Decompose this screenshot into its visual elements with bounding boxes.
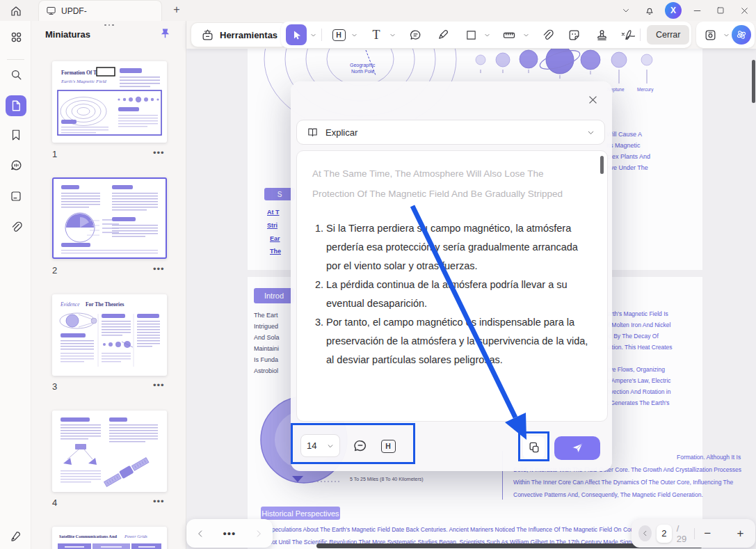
- maximize-button[interactable]: [709, 1, 732, 20]
- thumbnail-4-menu[interactable]: •••: [153, 496, 167, 507]
- snapshot-dropdown[interactable]: [723, 30, 730, 40]
- ai-assistant-icon: [732, 25, 751, 45]
- north-pole-label-2: North Pole: [351, 69, 374, 74]
- chevron-right-icon[interactable]: [254, 529, 264, 539]
- thumbnail-page-3[interactable]: Evidence For The Theories: [52, 294, 167, 376]
- comment-tool-button[interactable]: [405, 24, 426, 45]
- right-tools-strip: [696, 22, 755, 48]
- titlebar: UPDF- + X: [0, 0, 756, 21]
- doc-link[interactable]: The: [270, 248, 281, 255]
- thumbnail-page-2[interactable]: [52, 177, 167, 259]
- toolbar-separator: [321, 29, 322, 41]
- toolbar-pager: •••: [186, 519, 273, 548]
- doc-link[interactable]: At T: [267, 209, 280, 216]
- search-panel-button[interactable]: [6, 64, 26, 85]
- shape-tool-dropdown[interactable]: [483, 30, 490, 40]
- highlighter-tool-button[interactable]: [433, 24, 453, 45]
- thumbnail-page-5[interactable]: Satellite Communications And Power Grids: [52, 527, 167, 549]
- chevron-down-icon: [484, 32, 490, 38]
- cursor-icon: [291, 29, 303, 41]
- minimize-button[interactable]: [685, 1, 709, 20]
- comments-panel-button[interactable]: [6, 154, 26, 175]
- ai-assistant-button[interactable]: [732, 25, 751, 45]
- ruler-icon: [502, 28, 516, 42]
- mode-selector[interactable]: Explicar: [296, 120, 605, 145]
- titlebar-chevron-button[interactable]: [614, 1, 638, 20]
- doc-fragment: Speculations About The Earth's Magnetic …: [268, 526, 673, 533]
- pin-panel-button[interactable]: [159, 28, 173, 42]
- comment-insert-button[interactable]: [351, 436, 370, 456]
- doc-fragment: Convective Patterns And, Consequently, T…: [513, 491, 703, 498]
- text-tool-dropdown[interactable]: [389, 30, 396, 40]
- attachments-panel-button[interactable]: [6, 216, 26, 237]
- thumbnail-1-number: 1: [52, 149, 57, 159]
- cerrar-button[interactable]: Cerrar: [647, 25, 689, 45]
- explanation-item: La pérdida continua de la atmósfera podr…: [326, 276, 592, 313]
- crop-tool-button[interactable]: H: [328, 24, 349, 45]
- pager-more-button[interactable]: •••: [223, 527, 236, 539]
- doc-link[interactable]: Stri: [267, 222, 278, 229]
- vertical-scrollbar[interactable]: [752, 60, 755, 103]
- stamp-tool-button[interactable]: [591, 24, 612, 45]
- zoom-out-button[interactable]: −: [700, 527, 716, 541]
- home-button[interactable]: [8, 3, 24, 19]
- thumbnail-1-menu[interactable]: •••: [153, 148, 167, 158]
- select-tool-dropdown[interactable]: [309, 30, 316, 40]
- chevron-down-icon: [622, 6, 630, 15]
- close-window-button[interactable]: [732, 1, 756, 20]
- shape-tool-button[interactable]: [460, 24, 481, 45]
- snapshot-icon: [704, 29, 717, 42]
- thumbnails-panel-button[interactable]: [6, 95, 26, 116]
- account-button[interactable]: X: [661, 1, 685, 20]
- copy-button[interactable]: [523, 436, 545, 459]
- content-scrollbar[interactable]: [600, 156, 604, 174]
- panel-grid-button[interactable]: [6, 26, 26, 47]
- planet-label-mercury: Mercury: [637, 87, 653, 92]
- current-page-input[interactable]: 2: [657, 525, 672, 543]
- doc-fragment: Intrigued: [254, 323, 278, 330]
- ai-explain-modal: Explicar At The Same Time, The Atmospher…: [291, 81, 612, 471]
- bookmarks-panel-button[interactable]: [6, 125, 26, 145]
- measure-tool-dropdown[interactable]: [522, 30, 529, 40]
- copy-icon: [527, 440, 541, 454]
- select-tool-button[interactable]: [286, 24, 307, 45]
- doc-fragment: onvection And Rotation in: [604, 388, 670, 395]
- zoom-in-button[interactable]: +: [732, 527, 748, 541]
- new-tab-button[interactable]: +: [170, 3, 184, 17]
- previous-page-button[interactable]: [638, 525, 652, 541]
- chat-bubble-icon: [10, 159, 23, 172]
- attach-tool-button[interactable]: [537, 24, 558, 45]
- send-icon: [570, 441, 584, 455]
- thumbnail-2-menu[interactable]: •••: [153, 264, 167, 274]
- thumbnail-page-1[interactable]: Formation Of T Earth's Magnetic Field: [52, 61, 167, 143]
- doc-link[interactable]: Ear: [270, 235, 280, 242]
- explanation-content[interactable]: At The Same Time, The Atmosphere Will Al…: [296, 150, 608, 422]
- modal-close-button[interactable]: [586, 93, 600, 106]
- sticker-tool-button[interactable]: [563, 24, 584, 45]
- doc-fragment: Astrobiol: [254, 367, 278, 374]
- text-tool-button[interactable]: T: [366, 24, 387, 45]
- crop-h-icon: H: [332, 29, 346, 41]
- font-size-select[interactable]: 14: [300, 434, 340, 457]
- send-button[interactable]: [554, 436, 600, 460]
- doc-fragment: Earth's Magnetic Field Is: [604, 310, 668, 317]
- comment-icon: [409, 29, 422, 42]
- nav-separator: [694, 528, 695, 539]
- sticker-icon: [568, 29, 581, 42]
- chevron-left-icon[interactable]: [195, 529, 205, 539]
- document-tab[interactable]: UPDF-: [38, 0, 162, 21]
- measure-tool-button[interactable]: [499, 24, 520, 45]
- annotations-panel-button[interactable]: [6, 186, 26, 207]
- svg-text:Power Grids: Power Grids: [124, 534, 147, 539]
- insert-to-page-button[interactable]: H: [378, 436, 398, 456]
- herramientas-button[interactable]: Herramientas: [191, 22, 288, 47]
- panel-drag-handle[interactable]: [101, 23, 118, 27]
- notifications-button[interactable]: [638, 1, 661, 20]
- snapshot-button[interactable]: [700, 24, 721, 45]
- thumbnail-page-4[interactable]: [52, 411, 167, 492]
- design-tools-button[interactable]: [6, 525, 26, 546]
- copy-highlight-box: [518, 431, 549, 461]
- thumbnail-3-menu[interactable]: •••: [153, 380, 167, 390]
- signature-tool-button[interactable]: [618, 24, 638, 45]
- crop-tool-dropdown[interactable]: [351, 30, 357, 40]
